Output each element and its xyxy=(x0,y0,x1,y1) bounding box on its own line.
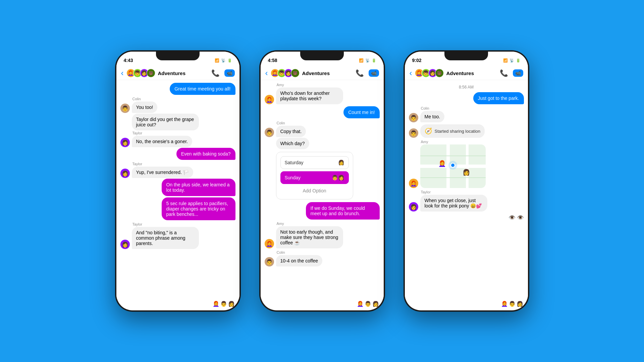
msg-row: Great time meeting you all! xyxy=(120,83,235,95)
msg-row: 👩‍🦰 Who's down for another playdate this… xyxy=(265,87,380,104)
location-share-bubble: 🧭 Started sharing location xyxy=(420,124,485,138)
avatar-stack-2: 👩‍🦰 👦 👩 🐻 xyxy=(271,69,300,77)
bottom-avatars-1: 👩‍🦰👨👩 xyxy=(116,299,239,310)
back-button-2[interactable]: ‹ xyxy=(265,68,268,78)
poll-option-label: Sunday xyxy=(285,175,301,180)
bubble-received: You too! xyxy=(132,102,158,113)
bubble-received: Copy that. xyxy=(276,126,306,137)
bubble-sent-blue: Count me in! xyxy=(343,106,379,118)
msg-row: 👩 When you get close, just look for the … xyxy=(409,195,524,212)
header-name-1: Adventures xyxy=(158,70,209,76)
back-button-3[interactable]: ‹ xyxy=(410,68,412,78)
msg-row: 👨 You too! xyxy=(120,102,235,113)
msg-row: If we do Sunday, we could meet up and do… xyxy=(265,202,380,220)
poll-widget: Saturday 👩 Sunday 👨👩 Add Option xyxy=(276,152,353,199)
sender-label: Colin xyxy=(277,250,380,254)
time-1: 4:43 xyxy=(124,58,133,63)
chat-header-1: ‹ 👩‍🦰 👦 👩 🐻 Adventures 📞 📹 xyxy=(116,66,239,80)
sender-label: Taylor xyxy=(132,162,235,166)
emoji-reactions: 👁️👁️ xyxy=(409,214,524,221)
bubble-sent-purple: On the plus side, we learned a lot today… xyxy=(162,179,235,196)
bubble-received: Taylor did you get the grape juice out? xyxy=(132,114,199,130)
sender-label: Taylor xyxy=(132,131,235,135)
msg-row: Count me in! xyxy=(265,106,380,118)
sender-label: Colin xyxy=(421,106,524,110)
background: 4:43 📶 📡 🔋 ‹ 👩‍🦰 👦 👩 🐻 xyxy=(0,0,644,362)
msg-row: On the plus side, we learned a lot today… xyxy=(120,179,235,196)
msg-row: 👩‍🦰 xyxy=(409,144,524,188)
bubble-received: And "no biting," is a common phrase amon… xyxy=(132,227,199,249)
time-2: 4:58 xyxy=(268,58,277,63)
msg-row: 👨 🧭 Started sharing location xyxy=(409,124,524,138)
msg-row: 👩 And "no biting," is a common phrase am… xyxy=(120,227,235,249)
avatar-stack-1: 👩‍🦰 👦 👩 🐻 xyxy=(126,69,155,77)
bubble-received: Yup, I've surrendered. 🏳️ xyxy=(132,167,193,178)
map-pin-1: 👩‍🦰 xyxy=(438,160,446,167)
bubble-sent-purple: Even with baking soda? xyxy=(176,148,235,160)
msg-row: 👩 Yup, I've surrendered. 🏳️ xyxy=(120,167,235,178)
sender-label: Colin xyxy=(132,97,235,101)
bubble-received: 10-4 on the coffee xyxy=(276,255,323,266)
map-current-location xyxy=(450,163,455,168)
bubble-sent-purple: 5 sec rule applies to pacifiers, diaper … xyxy=(162,197,235,220)
phone-1: 4:43 📶 📡 🔋 ‹ 👩‍🦰 👦 👩 🐻 xyxy=(115,50,241,312)
bubble-received: Not too early though, and make sure they… xyxy=(276,226,343,248)
phones-container: 4:43 📶 📡 🔋 ‹ 👩‍🦰 👦 👩 🐻 xyxy=(115,50,529,312)
msg-row: 👨 Me too. xyxy=(409,111,524,122)
sender-label: Taylor xyxy=(421,190,524,194)
status-icons-3: 📶 📡 🔋 xyxy=(503,58,521,63)
map-pin-2: 👩 xyxy=(463,169,470,176)
header-actions-1: 📞 📹 xyxy=(211,69,235,77)
bottom-avatars-2: 👩‍🦰👨👩 xyxy=(261,299,384,310)
msg-row: 👩‍🦰 Not too early though, and make sure … xyxy=(265,226,380,248)
bubble-received: Me too. xyxy=(420,111,445,122)
header-actions-2: 📞 📹 xyxy=(356,69,379,77)
msg-row: Which day? xyxy=(265,138,380,149)
timestamp: 8:56 AM xyxy=(409,85,524,89)
status-icons-1: 📶 📡 🔋 xyxy=(215,58,232,63)
bubble-received: Which day? xyxy=(276,138,309,149)
msg-row: Even with baking soda? xyxy=(120,148,235,160)
add-option-button[interactable]: Add Option xyxy=(280,186,349,195)
chat-header-3: ‹ 👩‍🦰 👦 👩 🐻 Adventures 📞 📹 xyxy=(405,66,528,80)
msg-row: Taylor did you get the grape juice out? xyxy=(120,114,235,130)
sender-label: Colin xyxy=(277,121,380,125)
bubble-sent: Great time meeting you all! xyxy=(170,83,235,95)
phone-2: 4:58 📶 📡 🔋 ‹ 👩‍🦰 👦 👩 🐻 xyxy=(259,50,385,312)
chat-body-2: Amy 👩‍🦰 Who's down for another playdate … xyxy=(261,80,384,299)
back-button-1[interactable]: ‹ xyxy=(121,68,124,78)
sender-label: Amy xyxy=(421,140,524,144)
sender-label: Amy xyxy=(277,83,380,87)
poll-option-sunday[interactable]: Sunday 👨👩 xyxy=(280,171,349,184)
map-bubble: 👩‍🦰 👩 xyxy=(420,144,486,188)
chat-body-3: 8:56 AM Just got to the park. Colin 👨 Me… xyxy=(405,80,528,299)
poll-option-label: Saturday xyxy=(285,160,304,165)
bubble-received: No, the onesie's a goner. xyxy=(132,136,192,147)
header-name-3: Adventures xyxy=(446,70,497,76)
chat-body-1: Great time meeting you all! Colin 👨 You … xyxy=(116,80,239,299)
bubble-received: Who's down for another playdate this wee… xyxy=(276,87,343,104)
poll-option-saturday[interactable]: Saturday 👩 xyxy=(280,156,349,169)
header-actions-3: 📞 📹 xyxy=(500,69,523,77)
avatar-stack-3: 👩‍🦰 👦 👩 🐻 xyxy=(415,69,444,77)
chat-header-2: ‹ 👩‍🦰 👦 👩 🐻 Adventures 📞 📹 xyxy=(261,66,384,80)
sender-label: Amy xyxy=(277,222,380,226)
time-3: 9:02 xyxy=(412,58,422,63)
msg-row: 👩 No, the onesie's a goner. xyxy=(120,136,235,147)
msg-row: Just got to the park. xyxy=(409,92,524,104)
msg-row: 👨 10-4 on the coffee xyxy=(265,255,380,266)
phone-3: 9:02 📶 📡 🔋 ‹ 👩‍🦰 👦 👩 🐻 xyxy=(404,50,529,312)
msg-row: 5 sec rule applies to pacifiers, diaper … xyxy=(120,197,235,220)
bubble-received: When you get close, just look for the pi… xyxy=(420,195,487,212)
msg-row: 👨 Copy that. xyxy=(265,126,380,137)
status-icons-2: 📶 📡 🔋 xyxy=(359,58,376,63)
header-name-2: Adventures xyxy=(302,70,353,76)
sender-label: Taylor xyxy=(132,222,235,226)
bottom-avatars-3: 👩‍🦰👨👩 xyxy=(405,299,528,310)
bubble-sent-blue: Just got to the park. xyxy=(473,92,524,104)
bubble-sent-purple: If we do Sunday, we could meet up and do… xyxy=(306,202,380,220)
